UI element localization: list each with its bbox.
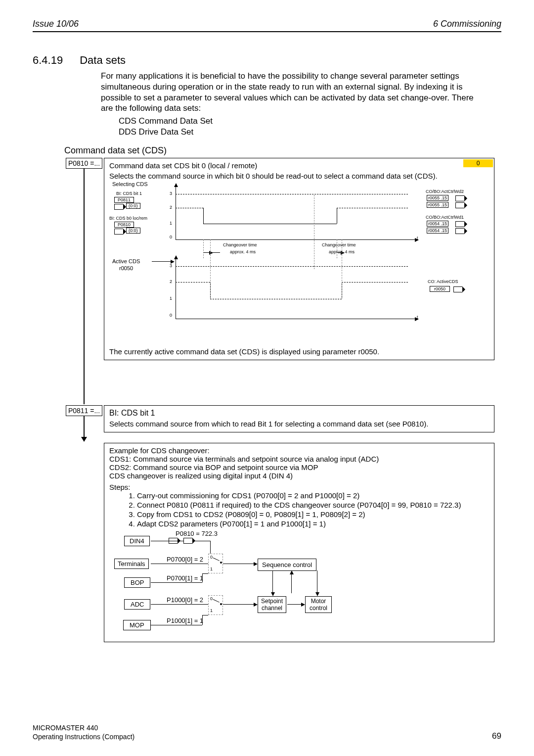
p0810-desc: Selects the command source in which bit … bbox=[109, 172, 489, 180]
ytick: 3 bbox=[170, 263, 172, 268]
p0811-box: BI: CDS bit 1 Selects command source fro… bbox=[104, 405, 494, 432]
steps-title: Steps: bbox=[109, 483, 489, 491]
cds-heading: Command data set (CDS) bbox=[64, 145, 501, 156]
ytick: 0 bbox=[170, 313, 172, 318]
terminals-box: Terminals bbox=[114, 559, 149, 569]
motor-control-box: Motor control bbox=[305, 596, 332, 613]
bi-connector-icon bbox=[169, 538, 178, 544]
cds-example-box: Example for CDS changeover: CDS1: Comman… bbox=[104, 443, 494, 642]
p0810-eq-label: P0810 = 722.3 bbox=[176, 530, 218, 537]
footer-line1: MICROMASTER 440 bbox=[33, 723, 134, 732]
r0055-box: r0055 .15 bbox=[427, 195, 448, 201]
co-activecds-label: CO: ActiveCDS bbox=[428, 279, 458, 284]
t-label-top: t bbox=[417, 236, 418, 240]
header-right: 6 Commissioning bbox=[433, 19, 501, 29]
param-p0811: P0811 =... bbox=[66, 405, 102, 416]
intro-item-1: CDS Command Data Set bbox=[119, 116, 487, 127]
intro-item-2: DDS Drive Data Set bbox=[119, 127, 487, 138]
bi-connector-icon bbox=[114, 229, 123, 235]
page-number: 69 bbox=[492, 731, 501, 741]
din4-box: DIN4 bbox=[124, 536, 150, 546]
r0050-label: r0050 bbox=[119, 265, 133, 271]
co-connector-icon bbox=[453, 286, 462, 292]
ytick: 2 bbox=[170, 205, 172, 210]
p0811-idx: (0:0) bbox=[126, 203, 140, 209]
ytick: 2 bbox=[170, 279, 172, 284]
bi-connector-icon bbox=[183, 538, 192, 544]
header-left: Issue 10/06 bbox=[33, 19, 79, 29]
setpoint-channel-box: Setpoint channel bbox=[258, 596, 286, 613]
r0055-box: r0055 .15 bbox=[427, 202, 448, 208]
cobo-act1-label: CO/BO:ActCtrlWd1 bbox=[426, 215, 464, 220]
p0811-title: BI: CDS bit 1 bbox=[109, 409, 489, 418]
step-1: Carry-out commissioning for CDS1 (P0700[… bbox=[137, 491, 489, 500]
footer-line2: Operating Instructions (Compact) bbox=[33, 732, 134, 741]
section-number: 6.4.19 bbox=[33, 54, 63, 67]
p0811-desc: Selects command source from which to rea… bbox=[109, 420, 489, 428]
level-badge: 0 bbox=[463, 159, 493, 167]
example-l1: CDS1: Command source via terminals and s… bbox=[109, 455, 489, 463]
approx-label: approx. 4 ms bbox=[230, 249, 256, 254]
cds-example-diagram: DIN4 Terminals BOP ADC MOP P0810 = 722.3 bbox=[109, 530, 489, 638]
ytick: 0 bbox=[170, 235, 172, 239]
r0054-box: r0054 .15 bbox=[427, 221, 448, 227]
mop-box: MOP bbox=[123, 620, 151, 630]
p0810-tail: The currently active command data set (C… bbox=[109, 347, 489, 356]
ytick: 1 bbox=[170, 221, 172, 226]
bi-cds-bit1-label: BI: CDS bit 1 bbox=[116, 191, 142, 196]
cobo-act2-label: CO/BO:ActCtrlWd2 bbox=[426, 189, 464, 194]
p1000-1-label: P1000[1] = 1 bbox=[167, 617, 203, 624]
step-2: Connect P0810 (P0811 if required) to the… bbox=[137, 501, 489, 509]
p0810-inner-box: P0810 bbox=[114, 222, 134, 228]
r0050-out-box: r0050 bbox=[430, 286, 450, 292]
co-connector-icon bbox=[455, 221, 464, 227]
adc-box: ADC bbox=[124, 599, 150, 610]
step-4: Adapt CDS2 parameters (P0700[1] = 1 and … bbox=[137, 520, 489, 528]
sequence-control-box: Sequence control bbox=[258, 559, 316, 571]
changeover-label: Changeover time bbox=[322, 242, 356, 247]
ytick: 1 bbox=[170, 296, 172, 301]
co-connector-icon bbox=[455, 195, 464, 201]
changeover-label: Changeover time bbox=[223, 242, 257, 247]
param-p0810: P0810 =... bbox=[66, 158, 102, 169]
co-connector-icon bbox=[455, 202, 464, 208]
intro-paragraph: For many applications it is beneficial t… bbox=[101, 71, 487, 114]
p0700-0-label: P0700[0] = 2 bbox=[167, 556, 203, 563]
bop-box: BOP bbox=[124, 577, 150, 588]
p0811-box: P0811 bbox=[114, 197, 134, 203]
flow-arrow-down-icon bbox=[81, 437, 87, 442]
step-3: Copy from CDS1 to CDS2 (P0809[0] = 0, P0… bbox=[137, 510, 489, 519]
r0054-box: r0054 .15 bbox=[427, 228, 448, 234]
p1000-0-label: P1000[0] = 2 bbox=[167, 596, 203, 604]
active-cds-label: Active CDS bbox=[112, 258, 140, 264]
p0810-idx: (0:0) bbox=[126, 228, 140, 234]
t-label-bottom: t bbox=[417, 315, 418, 320]
co-connector-icon bbox=[455, 228, 464, 234]
selecting-cds-label: Selecting CDS bbox=[112, 181, 148, 187]
p0810-box: 0 Command data set CDS bit 0 (local / re… bbox=[104, 158, 494, 360]
example-title: Example for CDS changeover: bbox=[109, 446, 489, 455]
p0810-title: Command data set CDS bit 0 (local / remo… bbox=[109, 161, 489, 170]
ytick: 3 bbox=[170, 191, 172, 196]
example-l2: CDS2: Command source via BOP and setpoin… bbox=[109, 463, 489, 472]
cds-timing-diagram: Selecting CDS BI: CDS bit 1 P0811 (0:0) … bbox=[109, 180, 489, 344]
p0700-1-label: P0700[1] = 1 bbox=[167, 574, 203, 582]
section-title: Data sets bbox=[80, 54, 126, 67]
example-l3: CDS changeover is realized using digital… bbox=[109, 472, 489, 480]
bi-cds-b0-label: BI: CDS b0 loc/rem bbox=[109, 216, 147, 221]
bi-connector-icon bbox=[114, 204, 123, 210]
